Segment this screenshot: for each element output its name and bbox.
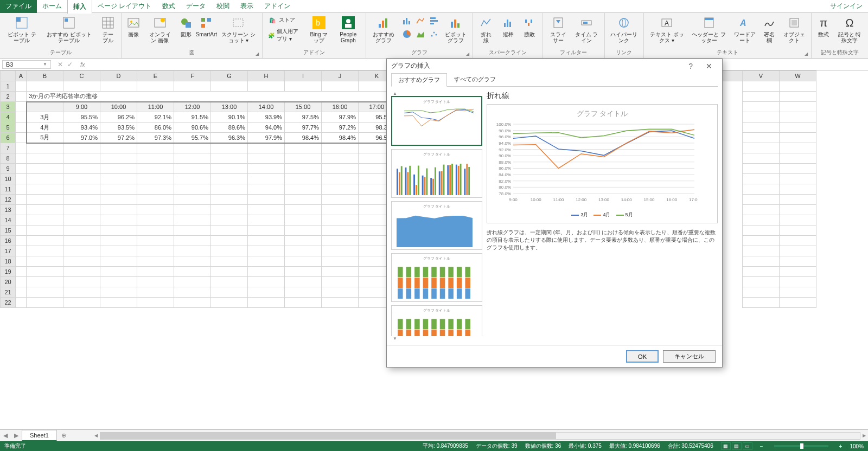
dialog-tab-all[interactable]: すべてのグラフ <box>447 73 503 86</box>
col-header[interactable]: C <box>63 71 100 81</box>
cell[interactable] <box>285 174 322 184</box>
cell[interactable]: 97.5% <box>285 112 322 123</box>
cell[interactable] <box>100 215 137 226</box>
cell[interactable] <box>743 287 780 298</box>
cell[interactable] <box>322 246 359 256</box>
row-header[interactable]: 9 <box>1 164 16 174</box>
cell[interactable]: 93.9% <box>248 112 285 123</box>
cell[interactable] <box>63 267 100 277</box>
cell[interactable] <box>63 256 100 267</box>
cell[interactable] <box>211 174 248 184</box>
image-button[interactable]: 画像 <box>125 14 142 44</box>
cell[interactable] <box>16 164 27 174</box>
cell[interactable]: 4月 <box>27 123 63 133</box>
cell[interactable] <box>285 246 322 256</box>
cell[interactable] <box>743 112 780 123</box>
cell[interactable] <box>27 195 63 205</box>
col-header[interactable]: G <box>211 71 248 81</box>
cell[interactable] <box>16 184 27 195</box>
dialog-tab-recommended[interactable]: おすすめグラフ <box>391 73 447 87</box>
cell[interactable] <box>16 112 27 123</box>
cell[interactable] <box>137 164 174 174</box>
row-header[interactable]: 7 <box>1 143 16 153</box>
cell[interactable] <box>211 81 248 92</box>
tab-data[interactable]: データ <box>181 0 211 13</box>
cell[interactable] <box>16 298 27 308</box>
dialog-close-button[interactable]: ✕ <box>700 62 718 70</box>
cell[interactable] <box>100 195 137 205</box>
cell[interactable] <box>248 236 285 246</box>
cell[interactable] <box>27 215 63 226</box>
cell[interactable]: 10:00 <box>100 102 137 112</box>
tab-home[interactable]: ホーム <box>37 0 67 13</box>
col-header[interactable]: V <box>743 71 780 81</box>
cell[interactable] <box>743 236 780 246</box>
cell[interactable] <box>248 205 285 215</box>
cell[interactable] <box>63 195 100 205</box>
cell[interactable] <box>137 277 174 287</box>
cell[interactable] <box>322 215 359 226</box>
cell[interactable] <box>780 215 816 226</box>
cell[interactable]: 97.9% <box>248 133 285 143</box>
col-header[interactable]: A <box>16 71 27 81</box>
name-box[interactable]: B3▼ <box>2 60 51 69</box>
cell[interactable] <box>248 298 285 308</box>
cell[interactable] <box>137 184 174 195</box>
cell[interactable] <box>100 184 137 195</box>
cell[interactable] <box>780 153 816 164</box>
chart-thumbnail[interactable]: グラフ タイトル <box>391 96 482 146</box>
cell[interactable]: 96.3% <box>211 133 248 143</box>
cell[interactable]: 90.6% <box>174 123 211 133</box>
cell[interactable] <box>780 205 816 215</box>
cell[interactable] <box>27 205 63 215</box>
cell[interactable] <box>248 226 285 236</box>
scroll-left-button[interactable]: ◀ <box>92 433 100 438</box>
cell[interactable] <box>780 298 816 308</box>
cell[interactable] <box>27 102 63 112</box>
ok-button[interactable]: OK <box>626 350 659 363</box>
view-pagelayout-button[interactable]: ▤ <box>732 442 742 450</box>
cell[interactable] <box>137 81 174 92</box>
cell[interactable] <box>780 287 816 298</box>
cell[interactable] <box>285 256 322 267</box>
cell[interactable]: 9:00 <box>63 102 100 112</box>
cell[interactable] <box>174 256 211 267</box>
cell[interactable] <box>211 226 248 236</box>
cell[interactable] <box>743 153 780 164</box>
view-pagebreak-button[interactable]: ▭ <box>743 442 752 450</box>
hyperlink-button[interactable]: ハイパーリンク <box>608 14 640 44</box>
cell[interactable] <box>27 81 63 92</box>
cell[interactable] <box>16 153 27 164</box>
cell[interactable] <box>174 226 211 236</box>
cell[interactable]: 11:00 <box>137 102 174 112</box>
cell[interactable] <box>27 226 63 236</box>
cell[interactable] <box>100 246 137 256</box>
cell[interactable] <box>780 246 816 256</box>
select-all-corner[interactable] <box>1 71 16 81</box>
row-header[interactable]: 8 <box>1 153 16 164</box>
cell[interactable] <box>27 298 63 308</box>
cell[interactable] <box>743 267 780 277</box>
col-header[interactable]: E <box>137 71 174 81</box>
col-header[interactable]: W <box>780 71 816 81</box>
cell[interactable] <box>16 287 27 298</box>
cell[interactable] <box>27 164 63 174</box>
cell[interactable] <box>137 226 174 236</box>
pivot-chart-button[interactable]: ピボットグラフ <box>442 14 469 44</box>
cell[interactable] <box>211 277 248 287</box>
cell[interactable] <box>285 298 322 308</box>
cell[interactable] <box>174 215 211 226</box>
cell[interactable] <box>743 298 780 308</box>
chart-thumbnail[interactable]: グラフ タイトル <box>391 201 482 250</box>
cell[interactable] <box>137 287 174 298</box>
tab-review[interactable]: 校閲 <box>211 0 235 13</box>
cell[interactable]: 97.9% <box>322 112 359 123</box>
cell[interactable] <box>174 164 211 174</box>
cell[interactable]: 92.1% <box>137 112 174 123</box>
recommended-charts-button[interactable]: おすすめ グラフ <box>369 14 397 44</box>
cell[interactable] <box>63 287 100 298</box>
cell[interactable] <box>322 298 359 308</box>
cell[interactable]: 5月 <box>27 133 63 143</box>
cell[interactable] <box>100 164 137 174</box>
cell[interactable] <box>322 195 359 205</box>
